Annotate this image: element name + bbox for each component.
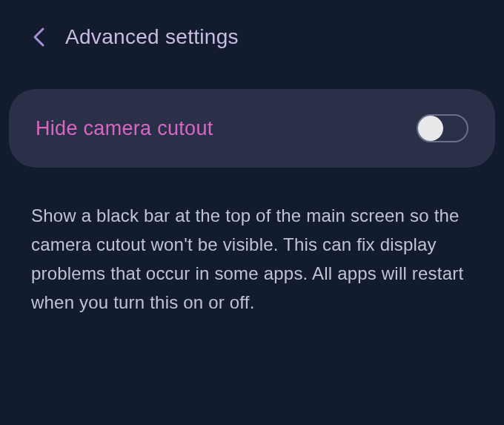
toggle-thumb <box>418 116 443 141</box>
toggle-hide-camera-cutout[interactable] <box>417 114 468 142</box>
setting-label: Hide camera cutout <box>36 117 213 140</box>
header: Advanced settings <box>0 0 504 74</box>
back-icon[interactable] <box>31 27 47 47</box>
setting-row-hide-camera-cutout[interactable]: Hide camera cutout <box>9 89 495 168</box>
page-title: Advanced settings <box>65 25 239 49</box>
setting-description: Show a black bar at the top of the main … <box>0 168 504 317</box>
